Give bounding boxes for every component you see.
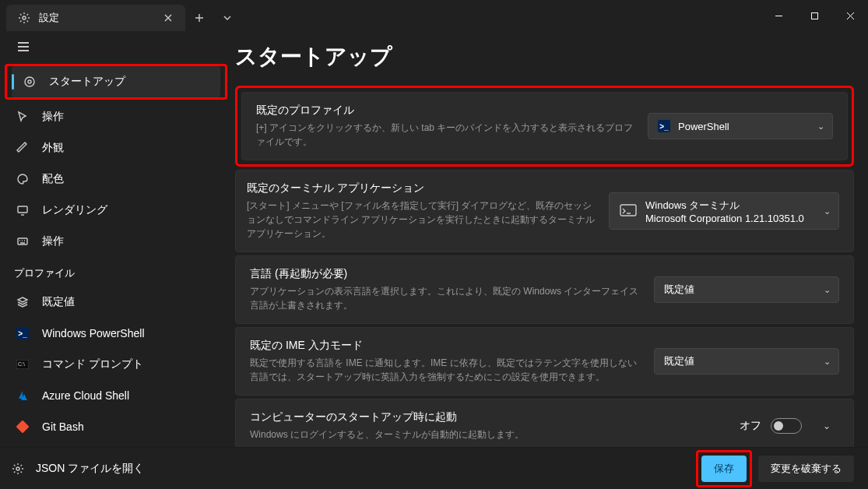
sidebar: スタートアップ 操作 外観 配色 — [0, 31, 232, 447]
tab-dropdown-button[interactable] — [213, 5, 241, 31]
monitor-icon — [16, 203, 30, 217]
chevron-down-icon: ⌄ — [823, 420, 831, 431]
sidebar-item-label: 外観 — [42, 141, 64, 155]
hamburger-button[interactable] — [9, 33, 37, 61]
titlebar: 設定 — [0, 0, 868, 31]
setting-language: 言語 (再起動が必要) アプリケーションの表示言語を選択します。これにより、既定… — [235, 255, 854, 324]
expand-button[interactable]: ⌄ — [814, 413, 839, 438]
sidebar-item-label: コマンド プロンプト — [42, 357, 143, 371]
sidebar-item-startup[interactable]: スタートアップ — [12, 66, 220, 97]
setting-description: アプリケーションの表示言語を選択します。これにより、既定の Windows イン… — [250, 284, 641, 312]
sidebar-item-appearance[interactable]: 外観 — [5, 132, 227, 164]
discard-button[interactable]: 変更を破棄する — [758, 456, 854, 482]
footer: JSON ファイルを開く 保存 変更を破棄する — [0, 447, 868, 489]
ime-dropdown[interactable]: 既定値 ⌄ — [654, 348, 839, 375]
sidebar-profile-gitbash[interactable]: Git Bash — [5, 411, 227, 442]
open-json-button[interactable]: JSON ファイルを開く — [11, 462, 144, 476]
svg-rect-9 — [620, 205, 636, 216]
brush-icon — [16, 141, 30, 155]
setting-title: コンピューターのスタートアップ時に起動 — [250, 410, 727, 424]
svg-rect-4 — [18, 206, 27, 213]
dropdown-subvalue: Microsoft Corporation 1.21.10351.0 — [645, 213, 816, 224]
tab-title: 設定 — [39, 11, 59, 25]
dropdown-value: Windows ターミナル — [645, 199, 816, 213]
close-icon — [846, 12, 855, 20]
plus-icon — [195, 13, 204, 23]
layers-icon — [16, 295, 30, 309]
keyboard-icon — [16, 234, 30, 248]
hamburger-icon — [17, 42, 30, 51]
cmd-icon: C:\ — [16, 357, 30, 371]
sidebar-profile-azure[interactable]: Azure Cloud Shell — [5, 380, 227, 411]
setting-description: [スタート] メニューや [ファイル名を指定して実行] ダイアログなど、既存のセ… — [247, 199, 596, 241]
setting-description: Windows にログインすると、ターミナルが自動的に起動します。 — [250, 427, 727, 442]
close-window-button[interactable] — [832, 0, 868, 31]
language-dropdown[interactable]: 既定値 ⌄ — [654, 276, 839, 303]
setting-title: 既定のプロファイル — [256, 104, 635, 118]
dropdown-value: 既定値 — [664, 354, 816, 368]
svg-point-2 — [25, 77, 34, 86]
sidebar-profile-defaults[interactable]: 既定値 — [5, 287, 227, 318]
sidebar-profile-cmd[interactable]: C:\ コマンド プロンプト — [5, 349, 227, 380]
startup-icon — [23, 75, 37, 89]
toggle-label: オフ — [740, 419, 761, 433]
sidebar-item-label: 既定値 — [42, 295, 75, 309]
setting-description: 既定で使用する言語を IME に通知します。IME に依存し、既定ではラテン文字… — [250, 356, 641, 384]
palette-icon — [16, 172, 30, 186]
sidebar-profile-powershell[interactable]: >_ Windows PowerShell — [5, 318, 227, 349]
default-profile-dropdown[interactable]: >_ PowerShell ⌄ — [648, 113, 833, 139]
setting-ime: 既定の IME 入力モード 既定で使用する言語を IME に通知します。IME … — [235, 327, 854, 396]
sidebar-item-label: 操作 — [42, 234, 64, 248]
setting-default-terminal: 既定のターミナル アプリケーション [スタート] メニューや [ファイル名を指定… — [235, 170, 854, 252]
close-tab-button[interactable] — [160, 10, 176, 26]
save-button[interactable]: 保存 — [701, 456, 747, 482]
page-title: スタートアップ — [232, 31, 868, 86]
maximize-button[interactable] — [796, 0, 832, 31]
svg-rect-1 — [811, 12, 817, 19]
svg-text:C:\: C:\ — [18, 361, 25, 367]
footer-open-json-label: JSON ファイルを開く — [36, 462, 144, 476]
sidebar-item-label: Windows PowerShell — [42, 327, 145, 339]
svg-rect-8 — [16, 420, 29, 433]
dropdown-value: 既定値 — [664, 283, 816, 297]
svg-point-0 — [23, 16, 26, 19]
sidebar-item-rendering[interactable]: レンダリング — [5, 195, 227, 226]
sidebar-item-interaction[interactable]: 操作 — [5, 101, 227, 132]
azure-icon — [16, 389, 30, 403]
setting-title: 既定のターミナル アプリケーション — [247, 181, 596, 195]
dropdown-value: PowerShell — [678, 121, 810, 132]
minimize-button[interactable] — [761, 0, 796, 31]
sidebar-item-label: Git Bash — [42, 420, 84, 433]
minimize-icon — [775, 12, 783, 20]
profiles-header: プロファイル — [0, 257, 232, 287]
sidebar-item-color-schemes[interactable]: 配色 — [5, 164, 227, 195]
svg-point-10 — [16, 467, 19, 470]
chevron-down-icon: ⌄ — [817, 121, 824, 132]
setting-launch-on-startup[interactable]: コンピューターのスタートアップ時に起動 Windows にログインすると、ターミ… — [235, 399, 854, 447]
new-tab-button[interactable] — [185, 5, 213, 31]
setting-title: 既定の IME 入力モード — [250, 339, 641, 353]
gear-icon — [11, 462, 25, 476]
gear-icon — [17, 11, 31, 25]
svg-point-3 — [28, 80, 31, 83]
git-icon — [16, 420, 30, 434]
close-icon — [164, 14, 172, 22]
settings-tab[interactable]: 設定 — [6, 5, 185, 31]
svg-rect-5 — [18, 238, 27, 244]
sidebar-item-label: Azure Cloud Shell — [42, 389, 129, 402]
sidebar-item-label: 配色 — [42, 172, 64, 186]
sidebar-item-label: 操作 — [42, 110, 64, 124]
sidebar-item-actions[interactable]: 操作 — [5, 226, 227, 257]
cursor-icon — [16, 110, 30, 124]
powershell-icon: >_ — [16, 326, 30, 340]
maximize-icon — [810, 12, 819, 20]
startup-toggle[interactable] — [771, 418, 802, 434]
main-content: スタートアップ 既定のプロファイル [+] アイコンをクリックするか、新しい t… — [232, 31, 868, 447]
chevron-down-icon: ⌄ — [824, 285, 831, 295]
chevron-down-icon: ⌄ — [824, 357, 831, 367]
chevron-down-icon — [223, 16, 231, 20]
default-terminal-dropdown[interactable]: Windows ターミナル Microsoft Corporation 1.21… — [609, 192, 839, 230]
powershell-icon: >_ — [658, 120, 670, 132]
sidebar-item-label: スタートアップ — [49, 75, 125, 89]
terminal-icon — [619, 203, 638, 219]
